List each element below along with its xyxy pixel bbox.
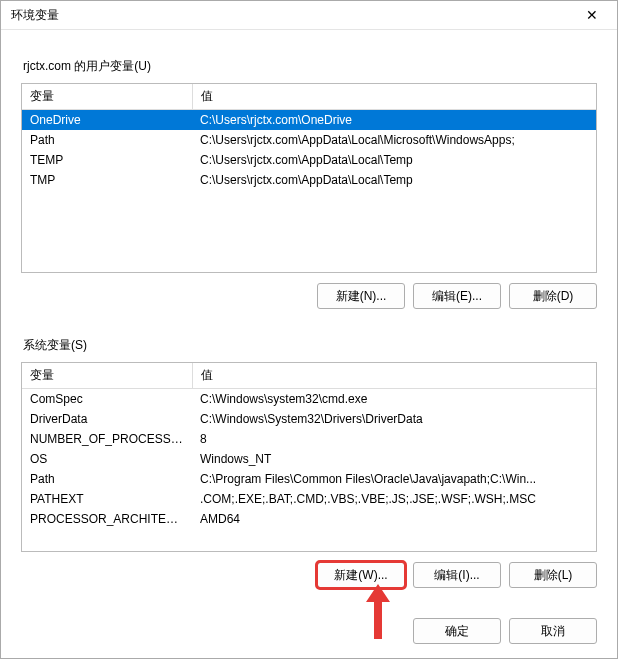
cell-value: C:\Users\rjctx.com\AppData\Local\Temp — [192, 150, 596, 170]
table-row[interactable]: TMPC:\Users\rjctx.com\AppData\Local\Temp — [22, 170, 596, 190]
dialog-content: rjctx.com 的用户变量(U) 变量 值 OneDriveC:\Users… — [1, 30, 617, 604]
col-variable[interactable]: 变量 — [22, 363, 192, 389]
cell-value: AMD64 — [192, 509, 596, 529]
user-vars-table[interactable]: 变量 值 OneDriveC:\Users\rjctx.com\OneDrive… — [21, 83, 597, 273]
cell-value: 8 — [192, 429, 596, 449]
table-row[interactable]: PathC:\Users\rjctx.com\AppData\Local\Mic… — [22, 130, 596, 150]
cancel-button[interactable]: 取消 — [509, 618, 597, 644]
cell-value: .COM;.EXE;.BAT;.CMD;.VBS;.VBE;.JS;.JSE;.… — [192, 489, 596, 509]
table-row[interactable]: TEMPC:\Users\rjctx.com\AppData\Local\Tem… — [22, 150, 596, 170]
user-edit-button[interactable]: 编辑(E)... — [413, 283, 501, 309]
table-row[interactable]: PathC:\Program Files\Common Files\Oracle… — [22, 469, 596, 489]
close-icon[interactable]: ✕ — [577, 7, 607, 23]
col-value[interactable]: 值 — [192, 363, 596, 389]
cell-variable: DriverData — [22, 409, 192, 429]
env-vars-dialog: 环境变量 ✕ rjctx.com 的用户变量(U) 变量 值 OneDriveC… — [0, 0, 618, 659]
cell-variable: TMP — [22, 170, 192, 190]
table-header-row: 变量 值 — [22, 363, 596, 389]
col-value[interactable]: 值 — [192, 84, 596, 110]
cell-variable: Path — [22, 130, 192, 150]
cell-variable: OS — [22, 449, 192, 469]
table-row[interactable]: NUMBER_OF_PROCESSORS8 — [22, 429, 596, 449]
system-vars-buttons: 新建(W)... 编辑(I)... 删除(L) — [21, 562, 597, 588]
system-edit-button[interactable]: 编辑(I)... — [413, 562, 501, 588]
cell-value: C:\Users\rjctx.com\AppData\Local\Temp — [192, 170, 596, 190]
dialog-footer: 确定 取消 — [1, 604, 617, 658]
cell-variable: PROCESSOR_ARCHITECT... — [22, 509, 192, 529]
cell-variable: TEMP — [22, 150, 192, 170]
user-delete-button[interactable]: 删除(D) — [509, 283, 597, 309]
titlebar: 环境变量 ✕ — [1, 1, 617, 30]
user-new-button[interactable]: 新建(N)... — [317, 283, 405, 309]
cell-variable: Path — [22, 469, 192, 489]
cell-variable: OneDrive — [22, 110, 192, 131]
table-row[interactable]: PATHEXT.COM;.EXE;.BAT;.CMD;.VBS;.VBE;.JS… — [22, 489, 596, 509]
table-header-row: 变量 值 — [22, 84, 596, 110]
user-vars-buttons: 新建(N)... 编辑(E)... 删除(D) — [21, 283, 597, 309]
cell-variable: NUMBER_OF_PROCESSORS — [22, 429, 192, 449]
col-variable[interactable]: 变量 — [22, 84, 192, 110]
system-new-button[interactable]: 新建(W)... — [317, 562, 405, 588]
user-vars-label: rjctx.com 的用户变量(U) — [23, 58, 597, 75]
table-row[interactable]: OneDriveC:\Users\rjctx.com\OneDrive — [22, 110, 596, 131]
cell-value: C:\Windows\System32\Drivers\DriverData — [192, 409, 596, 429]
cell-variable: PATHEXT — [22, 489, 192, 509]
table-row[interactable]: ComSpecC:\Windows\system32\cmd.exe — [22, 389, 596, 410]
table-row[interactable]: PROCESSOR_ARCHITECT...AMD64 — [22, 509, 596, 529]
table-row[interactable]: DriverDataC:\Windows\System32\Drivers\Dr… — [22, 409, 596, 429]
cell-value: C:\Windows\system32\cmd.exe — [192, 389, 596, 410]
system-delete-button[interactable]: 删除(L) — [509, 562, 597, 588]
cell-value: C:\Users\rjctx.com\OneDrive — [192, 110, 596, 131]
dialog-title: 环境变量 — [11, 7, 59, 24]
cell-value: Windows_NT — [192, 449, 596, 469]
cell-value: C:\Users\rjctx.com\AppData\Local\Microso… — [192, 130, 596, 150]
system-vars-table[interactable]: 变量 值 ComSpecC:\Windows\system32\cmd.exeD… — [21, 362, 597, 552]
ok-button[interactable]: 确定 — [413, 618, 501, 644]
cell-value: C:\Program Files\Common Files\Oracle\Jav… — [192, 469, 596, 489]
table-row[interactable]: OSWindows_NT — [22, 449, 596, 469]
cell-variable: ComSpec — [22, 389, 192, 410]
system-vars-label: 系统变量(S) — [23, 337, 597, 354]
